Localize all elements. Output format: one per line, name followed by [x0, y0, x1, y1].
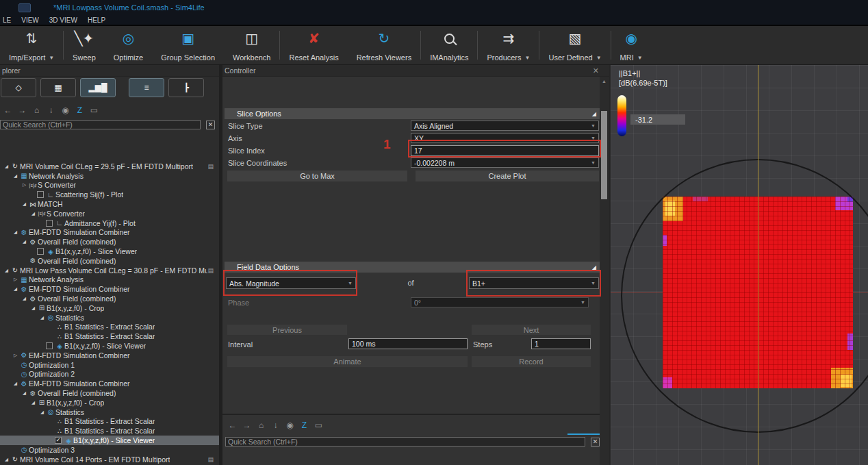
tree-item-em-fdtd-simulation-combiner[interactable]: ◢⚙EM-FDTD Simulation Combiner	[0, 379, 219, 388]
forward-icon[interactable]: →	[18, 105, 27, 115]
chevron-down-icon[interactable]: ▼	[596, 55, 602, 61]
back-icon[interactable]: ←	[228, 420, 237, 430]
tree-item-scattering-sij-f-plot[interactable]: ∟Scattering Sij(f) - Plot	[0, 190, 219, 199]
expander-open-icon[interactable]: ◢	[29, 211, 37, 216]
close-icon[interactable]: ✕	[593, 66, 599, 75]
eye-icon[interactable]: ◉	[285, 420, 294, 430]
expander-closed-icon[interactable]: ▷	[12, 277, 19, 282]
collapse-all-icon[interactable]: ▭	[90, 105, 99, 115]
toolbar-user-defined[interactable]: ▧User Defined▼	[539, 26, 610, 64]
section-collapse-icon[interactable]: ◢	[592, 264, 596, 271]
tree-item-network-analysis[interactable]: ◢▦Network Analysis	[0, 171, 219, 181]
tree-item-b1-x-y-z-f0-crop[interactable]: ◢⊞B1(x,y,z,f0) - Crop	[0, 398, 219, 407]
home-icon[interactable]: ⌂	[32, 105, 41, 115]
expander-open-icon[interactable]: ◢	[12, 286, 19, 292]
expander-open-icon[interactable]: ◢	[21, 239, 28, 244]
toolbar-sweep[interactable]: ╲✦Sweep	[64, 26, 105, 64]
previous-button[interactable]: Previous	[227, 325, 347, 335]
expander-open-icon[interactable]: ◢	[29, 400, 37, 405]
expander-open-icon[interactable]: ◢	[21, 201, 28, 207]
tree-item-s-converter[interactable]: ▷[s]♯S Converter	[0, 181, 219, 190]
tree-item-network-analysis[interactable]: ▷▦Network Analysis	[0, 275, 219, 285]
go-to-max-button[interactable]: Go to Max	[227, 171, 407, 181]
toolbar-workbench[interactable]: ◫Workbench	[224, 26, 279, 64]
viewer-panel[interactable]: ||B1+|| [dB(6.69e-5T)] -31.2	[609, 65, 868, 465]
tree-item-admittance-yij-f-plot[interactable]: ∟Admittance Yij(f) - Plot	[0, 218, 219, 228]
home-icon[interactable]: ⌂	[257, 420, 266, 430]
visibility-checkbox[interactable]	[37, 248, 44, 255]
scrollbar-thumb[interactable]	[601, 111, 607, 199]
hierarchy-tab[interactable]: ┣	[168, 78, 204, 97]
model-tab[interactable]: ◇	[1, 78, 36, 97]
expander-open-icon[interactable]: ◢	[3, 268, 10, 273]
menu-item-le[interactable]: LE	[3, 16, 11, 24]
download-icon[interactable]: ↓	[47, 105, 55, 115]
toolbar-imp-export[interactable]: ⇅Imp/Export▼	[0, 26, 63, 64]
phase-dropdown[interactable]: 0° ▼	[411, 297, 589, 307]
record-button[interactable]: Record	[472, 356, 591, 367]
slice-index-input[interactable]	[411, 145, 599, 156]
create-plot-button[interactable]: Create Plot	[416, 171, 599, 181]
component-dropdown[interactable]: Abs. Magnitude ▼	[226, 277, 356, 289]
chevron-down-icon[interactable]: ▼	[49, 55, 54, 61]
menu-item-3d-view[interactable]: 3D VIEW	[49, 16, 77, 24]
tree-item-b1-statistics-extract-scalar[interactable]: ∴B1 Statistics - Extract Scalar	[0, 417, 219, 427]
eye-icon[interactable]: ◉	[61, 105, 70, 115]
expander-open-icon[interactable]: ◢	[12, 229, 19, 235]
next-button[interactable]: Next	[472, 325, 591, 335]
tree-item-overall-field-combined[interactable]: ◢⚙Overall Field (combined)	[0, 237, 219, 247]
tree-item-b1-statistics-extract-scalar[interactable]: ∴B1 Statistics - Extract Scalar	[0, 323, 219, 332]
chevron-down-icon[interactable]: ▼	[525, 55, 531, 61]
slice-options-section-bar[interactable]: Slice Options ◢	[225, 108, 600, 119]
scrollbar[interactable]: ▲	[600, 77, 609, 465]
forward-icon[interactable]: →	[242, 420, 251, 430]
toolbar-refresh-viewers[interactable]: ↻Refresh Viewers	[348, 26, 421, 64]
tree-item-optimization-3[interactable]: ◷Optimization 3	[0, 445, 219, 455]
tree-item-overall-field-combined[interactable]: ◢⚙Overall Field (combined)	[0, 294, 219, 303]
field-data-options-section-bar[interactable]: Field Data Options ◢	[225, 262, 600, 273]
steps-input[interactable]	[531, 338, 591, 349]
tree-item-mri-low-pass-volume-coil-cleg-30-8-pf-em-fdtd-multip[interactable]: ◢↻MRI Low Pass Volume Coil CLeg = 30.8 p…	[0, 266, 219, 275]
axis-dropdown[interactable]: XY▼	[411, 133, 599, 143]
menu-item-view[interactable]: VIEW	[21, 16, 39, 24]
animate-button[interactable]: Animate	[227, 356, 468, 367]
expander-open-icon[interactable]: ◢	[12, 381, 19, 386]
expander-closed-icon[interactable]: ▷	[12, 353, 19, 358]
expander-open-icon[interactable]: ◢	[12, 173, 19, 179]
clear-search-button[interactable]: ✕	[206, 121, 215, 129]
menu-item-help[interactable]: HELP	[88, 16, 105, 24]
tree-item-b1-x-y-z-f0-slice-viewer[interactable]: ◈B1(x,y,z,f0) - Slice Viewer	[0, 341, 219, 351]
expander-closed-icon[interactable]: ▷	[21, 182, 28, 188]
expander-open-icon[interactable]: ◢	[38, 410, 46, 415]
tree-item-b1-x-y-z-f0-slice-viewer[interactable]: ◈B1(x,y,z,f0) - Slice Viewer	[0, 247, 219, 256]
expander-open-icon[interactable]: ◢	[21, 296, 28, 301]
toolbar-reset-analysis[interactable]: ✘Reset Analysis	[280, 26, 347, 64]
expander-open-icon[interactable]: ◢	[38, 315, 46, 321]
search-input[interactable]	[0, 120, 201, 129]
tree-item-s-converter[interactable]: ◢[s]♯S Converter	[0, 209, 219, 218]
expander-open-icon[interactable]: ◢	[3, 164, 10, 169]
z-order-icon[interactable]: Z	[300, 420, 309, 430]
toolbar-imanalytics[interactable]: IMAnalytics	[421, 26, 477, 64]
tree-item-mri-volume-coil-cleg-29-5-pf-em-fdtd-multiport[interactable]: ◢↻MRI Volume Coil CLeg = 29.5 pF - EM FD…	[0, 162, 219, 171]
toolbar-producers[interactable]: ⇉Producers▼	[478, 26, 539, 64]
tree-item-optimization-2[interactable]: ◷Optimization 2	[0, 370, 219, 379]
visibility-checkbox[interactable]	[37, 191, 44, 198]
field-dropdown[interactable]: B1+ ▼	[469, 277, 599, 289]
scroll-up-icon[interactable]: ▲	[602, 79, 607, 84]
clear-search-button[interactable]: ✕	[591, 438, 600, 447]
toolbar-mri[interactable]: ◉MRI▼	[611, 26, 652, 64]
toolbar-group-selection[interactable]: ▣Group Selection	[152, 26, 224, 64]
section-collapse-icon[interactable]: ◢	[592, 111, 596, 117]
analysis-tab[interactable]: ▂▆█	[80, 78, 116, 97]
toolbar-optimize[interactable]: ◎Optimize	[105, 26, 152, 64]
tree-item-match[interactable]: ◢⋈MATCH	[0, 199, 219, 209]
expander-open-icon[interactable]: ◢	[21, 390, 28, 396]
chevron-down-icon[interactable]: ▼	[637, 55, 643, 61]
tree-item-em-fdtd-simulation-combiner[interactable]: ◢⚙EM-FDTD Simulation Combiner	[0, 284, 219, 294]
visibility-checkbox[interactable]	[46, 342, 53, 349]
z-order-icon[interactable]: Z	[75, 105, 84, 115]
settings-tab[interactable]: ≡	[129, 78, 164, 97]
collapse-all-icon[interactable]: ▭	[314, 420, 323, 430]
tree-item-b1-x-y-z-f0-slice-viewer[interactable]: ✓◈B1(x,y,z,f0) - Slice Viewer	[0, 436, 219, 445]
